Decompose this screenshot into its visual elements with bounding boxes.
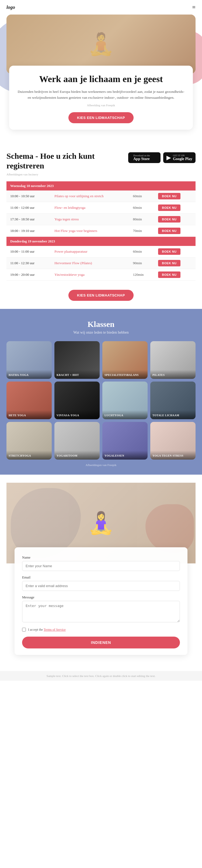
- message-label: Message: [22, 595, 180, 599]
- book-button[interactable]: BOEK NU: [158, 193, 180, 199]
- session-duration: 120min: [129, 269, 154, 280]
- day-1-label: Woensdag 18 november 2023: [6, 181, 196, 190]
- book-button[interactable]: BOEK NU: [158, 260, 180, 267]
- class-card-vinyasa[interactable]: VINYASA-YOGA: [54, 381, 100, 419]
- class-card-bg: STRETCHYOGA: [6, 422, 52, 460]
- class-card-lucht[interactable]: LUCHTYOGA: [102, 381, 148, 419]
- class-card-overlay: VINYASA-YOGA: [54, 410, 100, 419]
- class-card-hete[interactable]: HETE YOGA: [6, 381, 52, 419]
- session-name: Flow- en leidingtyoga: [51, 202, 129, 213]
- session-book-cell: BOEK NU: [154, 257, 196, 269]
- class-card-lessen[interactable]: YOGALESSEN: [102, 422, 148, 460]
- classes-subtitle: Wat wij onze leden te bieden hebben: [6, 331, 196, 335]
- footer-note: Sample text. Click to select the text bo…: [0, 671, 202, 681]
- book-button[interactable]: BOEK NU: [158, 216, 180, 222]
- class-label: LUCHTYOGA: [105, 414, 123, 417]
- class-card-pilates[interactable]: PILATES: [150, 341, 196, 379]
- class-card-stretch[interactable]: STRETCHYOGA: [6, 422, 52, 460]
- class-card-overlay: YOGALESSEN: [102, 451, 148, 460]
- class-label: YOGARITOOM: [57, 454, 78, 457]
- class-card-overlay: LUCHTYOGA: [102, 410, 148, 419]
- classes-grid: HATHA-YOGA KRACHT + HIIT SPECIALITEITSBA…: [6, 341, 196, 460]
- book-button[interactable]: BOEK NU: [158, 228, 180, 234]
- day-header-1: Woensdag 18 november 2023: [6, 181, 196, 190]
- class-card-ritoom[interactable]: YOGARITOOM: [54, 422, 100, 460]
- header: logo ≡: [0, 0, 202, 14]
- class-card-bg: HETE YOGA: [6, 381, 52, 419]
- session-duration: 80min: [129, 213, 154, 225]
- class-card-bg: YOGALESSEN: [102, 422, 148, 460]
- terms-checkbox-row: I accept the Terms of Service: [22, 628, 180, 632]
- message-input[interactable]: [22, 601, 180, 622]
- terms-checkbox[interactable]: [22, 628, 26, 631]
- book-button[interactable]: BOEK NU: [158, 272, 180, 278]
- class-label: HATHA-YOGA: [9, 373, 29, 376]
- footer-text: Sample text. Click to select the text bo…: [47, 674, 155, 678]
- class-card-bg: PILATES: [150, 341, 196, 379]
- session-1-1: 10:00 - 10:50 uur Pilates op voor uitlij…: [6, 190, 196, 202]
- class-card-spec[interactable]: SPECIALITEITSBALANS: [102, 341, 148, 379]
- class-card-bg: KRACHT + HIIT: [54, 341, 100, 379]
- hero-card: Werk aan je lichaam en je geest Duizende…: [9, 66, 193, 130]
- session-1-4: 18:00 - 19:10 uur Hot Flow yoga voor beg…: [6, 225, 196, 237]
- session-duration: 60min: [129, 202, 154, 213]
- session-time: 10:00 - 10:50 uur: [6, 190, 51, 202]
- schedule-table: Woensdag 18 november 2023 10:00 - 10:50 …: [6, 181, 196, 281]
- class-card-bg: YOGA TEGEN STRESS: [150, 422, 196, 460]
- hero-image: [6, 14, 196, 74]
- classes-section: Klassen Wat wij onze leden te bieden heb…: [0, 309, 202, 475]
- session-name: Hot Flow yoga voor beginners: [51, 225, 129, 237]
- session-name: Yin/restorätieve yoga: [51, 269, 129, 280]
- class-card-stress[interactable]: YOGA TEGEN STRESS: [150, 422, 196, 460]
- schedule-cta-button[interactable]: KIES EEN LIDMAATSCHAP: [68, 290, 134, 301]
- hero-cta-button[interactable]: KIES EEN LIDMAATSCHAP: [68, 112, 134, 123]
- message-field: Message: [22, 595, 180, 623]
- name-label: Name: [22, 555, 180, 560]
- class-label: SPECIALITEITSBALANS: [105, 373, 139, 376]
- class-label: PILATES: [152, 373, 165, 376]
- class-card-bg: HATHA-YOGA: [6, 341, 52, 379]
- class-label: STRETCHYOGA: [9, 454, 31, 457]
- class-card-overlay: PILATES: [150, 370, 196, 379]
- email-input[interactable]: [22, 581, 180, 591]
- app-store-small: Download on the: [133, 154, 150, 157]
- submit-button[interactable]: INDIENEN: [22, 637, 180, 648]
- email-field: Email: [22, 575, 180, 591]
- name-input[interactable]: [22, 561, 180, 571]
- book-button[interactable]: BOEK NU: [158, 248, 180, 255]
- session-book-cell: BOEK NU: [154, 190, 196, 202]
- session-name: Pilates op voor uitlijning en stretch: [51, 190, 129, 202]
- hamburger-menu[interactable]: ≡: [192, 4, 196, 11]
- hero-title: Werk aan je lichaam en je geest: [17, 74, 185, 85]
- session-duration: 70min: [129, 225, 154, 237]
- class-card-hatha[interactable]: HATHA-YOGA: [6, 341, 52, 379]
- class-card-overlay: YOGA TEGEN STRESS: [150, 451, 196, 460]
- session-duration: 90min: [129, 257, 154, 269]
- session-book-cell: BOEK NU: [154, 246, 196, 257]
- email-label: Email: [22, 575, 180, 580]
- terms-link[interactable]: Terms of Service: [44, 628, 66, 631]
- day-2-label: Donderdag 19 november 2023: [6, 237, 196, 246]
- session-2-1: 10:00 - 11:00 uur Power plaatsapparatuur…: [6, 246, 196, 257]
- classes-title: Klassen: [6, 320, 196, 329]
- session-book-cell: BOEK NU: [154, 202, 196, 213]
- class-card-bg: TOTALE LICHAAM: [150, 381, 196, 419]
- schedule-section: Schema - Hoe u zich kunt registreren Dow…: [0, 141, 202, 309]
- session-name: Hervormeer Flow (Pilates): [51, 257, 129, 269]
- class-card-bg: SPECIALITEITSBALANS: [102, 341, 148, 379]
- app-store-badge[interactable]: Download on the App Store: [128, 152, 161, 163]
- terms-label: I accept the Terms of Service: [28, 628, 66, 632]
- book-button[interactable]: BOEK NU: [158, 205, 180, 211]
- class-card-overlay: HETE YOGA: [6, 410, 52, 419]
- schedule-title: Schema - Hoe u zich kunt registreren: [6, 151, 120, 170]
- class-card-totale[interactable]: TOTALE LICHAAM: [150, 381, 196, 419]
- schedule-header: Schema - Hoe u zich kunt registreren Dow…: [6, 151, 196, 170]
- class-card-overlay: TOTALE LICHAAM: [150, 410, 196, 419]
- session-1-3: 17:30 - 18:50 uur Yoga tegen stress 80mi…: [6, 213, 196, 225]
- class-card-overlay: HATHA-YOGA: [6, 370, 52, 379]
- class-card-bg: LUCHTYOGA: [102, 381, 148, 419]
- google-play-small: GET IT ON: [173, 154, 192, 157]
- contact-form: Name Email Message I accept the Terms of…: [15, 547, 187, 655]
- google-play-badge[interactable]: ▶ GET IT ON Google Play: [163, 152, 196, 163]
- class-card-kracht[interactable]: KRACHT + HIIT: [54, 341, 100, 379]
